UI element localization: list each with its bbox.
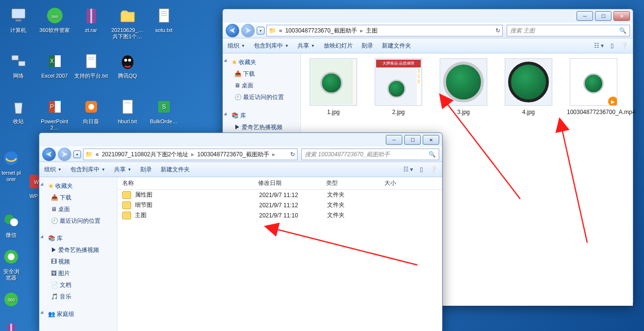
ie-icon[interactable]: ternet plorer <box>0 146 22 184</box>
minimize-button[interactable]: ─ <box>386 135 402 145</box>
360ball-icon[interactable]: 360 <box>0 287 22 313</box>
newfolder-button[interactable]: 新建文件夹 <box>382 42 411 50</box>
svg-text:360: 360 <box>7 298 15 302</box>
sidebar-desktop[interactable]: 🖥 桌面 <box>223 80 300 91</box>
forward-button[interactable]: ⮞ <box>241 24 255 37</box>
computer-icon[interactable]: 计算机 <box>0 3 36 49</box>
file-2jpg[interactable]: 大牌奢品 品质保障 2.jpg <box>373 58 424 116</box>
sidebar-downloads[interactable]: 📥 下载 <box>39 192 117 203</box>
file-1jpg[interactable]: 1.jpg <box>308 58 359 116</box>
help-icon[interactable]: ❔ <box>621 42 628 49</box>
search-icon: 🔍 <box>619 27 627 34</box>
folder-icon <box>122 191 131 199</box>
sidebar-downloads[interactable]: 📥 下载 <box>223 68 300 80</box>
sidebar-video[interactable]: 🎞 视频 <box>39 256 117 267</box>
include-lib-menu[interactable]: 包含到库中▼ <box>254 42 289 50</box>
crumb-1[interactable]: 10030487723670_截图助手 <box>285 27 357 35</box>
winrar-bottom-icon[interactable] <box>0 317 22 331</box>
folder-row[interactable]: 主图 2021/9/7 11:10 文件夹 <box>117 210 442 220</box>
folder-row[interactable]: 细节图 2021/9/7 11:12 文件夹 <box>117 200 442 210</box>
qq-icon[interactable]: 腾讯QQ <box>109 49 146 94</box>
history-button[interactable]: ▾ <box>73 150 81 158</box>
col-size[interactable]: 大小 <box>384 179 423 187</box>
share-menu[interactable]: 共享▼ <box>114 166 132 174</box>
svg-rect-16 <box>86 54 96 68</box>
folder-row[interactable]: 属性图 2021/9/7 11:12 文件夹 <box>117 190 442 200</box>
address-bar[interactable]: 📁 « 10030487723670_截图助手 ▸ 主图 ↻ <box>266 25 503 36</box>
sidebar-docs[interactable]: 📄 文档 <box>39 279 117 291</box>
sidebar-recent[interactable]: 🕘 最近访问的位置 <box>223 91 300 103</box>
include-lib-menu[interactable]: 包含到库中▼ <box>70 166 105 174</box>
sidebar-music[interactable]: 🎵 音乐 <box>39 291 117 302</box>
search-input[interactable]: 搜索 主图 🔍 <box>507 25 630 36</box>
search-input[interactable]: 搜索 10030487723670_截图助手 🔍 <box>301 149 439 160</box>
view-menu-icon[interactable]: ☷ ▾ <box>594 42 604 49</box>
column-headers[interactable]: 名称 修改日期 类型 大小 <box>117 177 442 190</box>
network-icon[interactable]: 网络 <box>0 49 36 94</box>
navbar: ⮜ ⮞ ▾ 📁 « 20210907_110802共下图2个地址 ▸ 10030… <box>39 147 442 162</box>
sidebar-homegroup[interactable]: 👥 家庭组 <box>39 308 117 320</box>
file-pane[interactable]: 名称 修改日期 类型 大小 属性图 2021/9/7 11:12 文件夹 细节图… <box>117 177 442 331</box>
360se-icon[interactable]: 安全浏览器 <box>0 244 22 283</box>
close-button[interactable]: ✕ <box>613 11 630 21</box>
crumb-root[interactable]: « <box>96 151 99 158</box>
history-button[interactable]: ▾ <box>257 27 264 34</box>
slideshow-button[interactable]: 放映幻灯片 <box>324 42 353 50</box>
maximize-button[interactable]: ☐ <box>595 11 611 21</box>
address-bar[interactable]: 📁 « 20210907_110802共下图2个地址 ▸ 10030487723… <box>83 149 297 160</box>
search-placeholder: 搜索 主图 <box>510 27 535 35</box>
sidebar-pictures[interactable]: 🖼 图片 <box>39 267 117 279</box>
sidebar-iqiyi[interactable]: ▶ 爱奇艺热播视频 <box>223 121 300 133</box>
share-menu[interactable]: 共享▼ <box>297 42 315 50</box>
file-video[interactable]: ▶ 100304877236700_A.mp4 <box>568 58 619 116</box>
titlebar[interactable]: ─ ☐ ✕ <box>39 133 442 147</box>
preview-pane-icon[interactable]: ▯ <box>611 42 614 49</box>
col-name[interactable]: 名称 <box>122 179 258 187</box>
organize-menu[interactable]: 组织▼ <box>44 166 62 174</box>
crumb-2[interactable]: 主图 <box>366 27 378 35</box>
back-button[interactable]: ⮜ <box>42 148 56 161</box>
refresh-icon[interactable]: ↻ <box>290 151 295 158</box>
platform-txt-icon[interactable]: 支持的平台.txt <box>73 49 109 94</box>
refresh-icon[interactable]: ↻ <box>495 27 500 34</box>
svg-rect-11 <box>18 61 25 66</box>
file-4jpg[interactable]: 4.jpg <box>503 58 554 116</box>
organize-menu[interactable]: 组织▼ <box>228 42 245 50</box>
wechat-icon[interactable]: 微信 <box>0 208 22 240</box>
sidebar-favorites[interactable]: ★ 收藏夹 <box>39 180 117 192</box>
folder-20210629-icon[interactable]: 20210629_…共下图1个… <box>109 3 146 49</box>
sotu-txt-icon[interactable]: sotu.txt <box>146 3 182 49</box>
sidebar-desktop[interactable]: 🖥 桌面 <box>39 203 117 215</box>
sidebar-library[interactable]: 📚 库 <box>223 110 300 121</box>
col-type[interactable]: 类型 <box>326 179 384 187</box>
360sw-icon[interactable]: 360360软件管家 <box>36 3 73 49</box>
crumb-1[interactable]: 20210907_110802共下图2个地址 <box>102 150 189 159</box>
excel-icon[interactable]: XExcel 2007 <box>36 49 73 94</box>
col-date[interactable]: 修改日期 <box>258 179 326 187</box>
minimize-button[interactable]: ─ <box>577 11 593 21</box>
crumb-2[interactable]: 10030487723670_截图助手 <box>197 150 269 159</box>
zt-rar-icon[interactable]: zt.rar <box>73 3 109 49</box>
burn-button[interactable]: 刻录 <box>362 42 373 50</box>
explorer-window-details: ─ ☐ ✕ ⮜ ⮞ ▾ 📁 « 20210907_110802共下图2个地址 ▸… <box>39 132 443 331</box>
titlebar[interactable]: ─ ☐ ✕ <box>223 9 633 23</box>
help-icon[interactable]: ❔ <box>430 166 437 173</box>
sidebar-favorites[interactable]: ★ 收藏夹 <box>223 56 300 68</box>
sidebar-iqiyi[interactable]: ▶ 爱奇艺热播视频 <box>39 244 117 256</box>
close-button[interactable]: ✕ <box>423 135 439 145</box>
svg-text:360: 360 <box>51 15 58 19</box>
back-button[interactable]: ⮜ <box>226 24 239 37</box>
sidebar-recent[interactable]: 🕘 最近访问的位置 <box>39 215 117 227</box>
sidebar-library[interactable]: 📚 库 <box>39 232 117 244</box>
newfolder-button[interactable]: 新建文件夹 <box>161 166 190 174</box>
forward-button[interactable]: ⮞ <box>58 148 71 161</box>
view-menu-icon[interactable]: ☷ ▾ <box>403 166 413 173</box>
play-icon: ▶ <box>608 97 617 106</box>
preview-pane-icon[interactable]: ▯ <box>420 166 423 173</box>
file-3jpg[interactable]: 3.jpg <box>438 58 489 116</box>
recycle-icon[interactable]: 收站 <box>0 94 36 140</box>
burn-button[interactable]: 刻录 <box>140 166 152 174</box>
crumb-root[interactable]: « <box>279 27 282 34</box>
chevron-right-icon: ▸ <box>360 27 363 34</box>
maximize-button[interactable]: ☐ <box>404 135 421 145</box>
